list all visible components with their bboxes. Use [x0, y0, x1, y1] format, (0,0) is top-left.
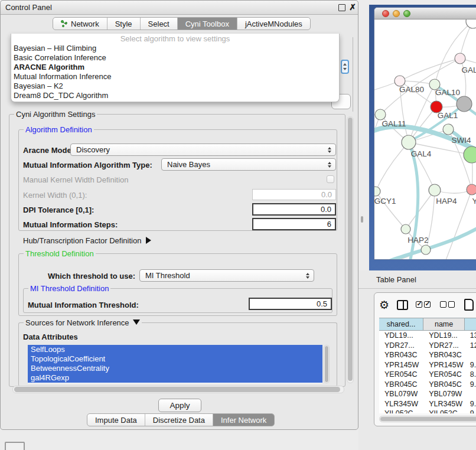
table-row[interactable]: YPR145WYPR145W9.: [379, 360, 476, 370]
mac-zoom-button[interactable]: [403, 10, 410, 17]
hub-definition-toggle[interactable]: Hub/Transcription Factor Definition: [23, 236, 151, 245]
table-cell: YER054C: [379, 370, 423, 379]
algorithm-select-dropdown: Select algorithm to view settings Bayesi…: [11, 34, 340, 102]
manual-kernel-label: Manual Kernel Width Definition: [23, 175, 128, 184]
network-node-hap4[interactable]: [429, 184, 441, 196]
manual-kernel-checkbox[interactable]: [327, 175, 334, 183]
table-row[interactable]: YBL079WYBL079W: [379, 389, 476, 399]
table-column-header[interactable]: shared...: [379, 318, 423, 330]
network-node-gal11[interactable]: [375, 109, 386, 120]
network-node[interactable]: [466, 19, 476, 28]
float-window-icon[interactable]: [338, 4, 345, 11]
mi-threshold-field[interactable]: 0.5: [249, 298, 332, 310]
table-cell: YBR043C: [423, 351, 465, 359]
attribute-item[interactable]: SelfLoops: [28, 345, 322, 354]
algorithm-option[interactable]: Bayesian – Hill Climbing: [11, 44, 339, 53]
dropdown-placeholder: Select algorithm to view settings: [11, 34, 339, 44]
table-column-header[interactable]: A: [465, 318, 476, 330]
table-toolbar: ⚙: [379, 296, 474, 313]
combo-stepper-icon: [326, 159, 333, 170]
node-label: GCY1: [374, 197, 396, 206]
network-node-hap2[interactable]: [401, 224, 410, 234]
group-title: Cyni Algorithm Settings: [14, 110, 97, 119]
control-panel-titlebar[interactable]: Control Panel ✗: [1, 1, 358, 15]
network-canvas[interactable]: GALGAL80GAL10GAL1GAL11SWI4GAL4GCY1HAP4YH…: [374, 19, 476, 260]
node-label: Y: [472, 197, 476, 206]
network-node-gal4[interactable]: [402, 135, 416, 149]
cyni-mode-tabs: Impute Data Discretize Data Infer Networ…: [87, 413, 275, 426]
node-label: GAL1: [438, 111, 458, 120]
collapsed-panel-icon[interactable]: [5, 442, 25, 450]
node-table[interactable]: shared...nameA YDL19...YDL19...13YDR27..…: [379, 318, 476, 413]
apply-button[interactable]: Apply: [158, 399, 201, 412]
export-table-icon[interactable]: [464, 299, 474, 311]
table-cell: YBR043C: [379, 351, 423, 359]
tab-infer-network[interactable]: Infer Network: [213, 414, 274, 426]
tab-network[interactable]: Network: [53, 18, 107, 30]
table-row[interactable]: YBR045CYBR045C9.: [379, 380, 476, 390]
table-cell: YIL052C: [379, 409, 423, 413]
table-row[interactable]: YIL052CYIL052C9: [379, 409, 476, 413]
columns-icon[interactable]: [397, 300, 408, 310]
table-row[interactable]: YER054CYER054C8.: [379, 370, 476, 380]
network-node-swi4[interactable]: [443, 124, 454, 135]
deselect-all-columns-icon[interactable]: [440, 301, 457, 309]
settings-horizontal-scrollbar[interactable]: [12, 386, 344, 393]
group-title: Threshold Definition: [24, 249, 96, 258]
tab-jactivemnodules[interactable]: jActiveMNodules: [237, 18, 310, 30]
algorithm-option[interactable]: Basic Correlation Inference: [11, 53, 339, 63]
tab-label: jActiveMNodules: [245, 19, 302, 28]
mi-steps-field[interactable]: 6: [252, 218, 336, 230]
tab-impute-data[interactable]: Impute Data: [87, 414, 145, 426]
network-node[interactable]: [464, 146, 476, 163]
tab-select[interactable]: Select: [141, 18, 178, 30]
tab-cyni-toolbox[interactable]: Cyni Toolbox: [178, 18, 237, 30]
focused-spinner-button[interactable]: [341, 60, 349, 74]
panel-divider-grip[interactable]: [361, 216, 363, 223]
settings-vertical-scrollbar[interactable]: [347, 116, 354, 383]
combo-value: Naive Bayes: [167, 160, 210, 169]
network-node[interactable]: [421, 245, 431, 255]
network-node-gcy1[interactable]: [374, 187, 380, 196]
tab-discretize-data[interactable]: Discretize Data: [145, 414, 213, 426]
table-cell: YIL052C: [423, 409, 465, 413]
table-row[interactable]: YDL19...YDL19...13: [379, 331, 476, 341]
gear-icon[interactable]: ⚙: [379, 299, 389, 311]
combo-stepper-icon: [304, 270, 311, 281]
table-column-header[interactable]: name: [423, 318, 465, 330]
table-rows: YDL19...YDL19...13YDR27...YDR27...12YBR0…: [379, 331, 476, 413]
select-all-columns-icon[interactable]: [416, 301, 432, 309]
network-node-y[interactable]: [467, 184, 476, 195]
algorithm-option[interactable]: Dream8 DC_TDC Algorithm: [11, 91, 339, 100]
network-node-labels: GALGAL80GAL10GAL1GAL11SWI4GAL4GCY1HAP4YH…: [374, 66, 476, 244]
table-row[interactable]: YBR043CYBR043C: [379, 350, 476, 360]
table-cell: YLR345W: [379, 400, 423, 408]
network-node[interactable]: [457, 96, 472, 112]
sources-toggle[interactable]: Sources for Network Inference: [24, 318, 142, 327]
attribute-item[interactable]: BetweennessCentrality: [28, 364, 322, 373]
mac-close-button[interactable]: [382, 10, 389, 17]
aracne-mode-combo[interactable]: Discovery: [70, 144, 336, 156]
attribute-item[interactable]: gal4RGexp: [28, 373, 322, 383]
tab-style[interactable]: Style: [107, 18, 141, 30]
network-node-gal[interactable]: [455, 53, 465, 64]
dpi-tolerance-field[interactable]: 0.0: [252, 203, 336, 216]
attribute-item[interactable]: TopologicalCoefficient: [28, 354, 322, 364]
algorithm-option[interactable]: Mutual Information Inference: [11, 72, 339, 81]
attribute-list-scrollbar[interactable]: [324, 345, 330, 383]
table-horizontal-scrollbar[interactable]: [379, 416, 476, 422]
network-window-titlebar[interactable]: [374, 8, 476, 19]
table-panel-title: Table Panel: [376, 275, 416, 284]
algorithm-option[interactable]: ARACNE Algorithm: [11, 63, 339, 72]
which-threshold-combo[interactable]: MI Threshold: [139, 269, 314, 282]
mac-minimize-button[interactable]: [393, 10, 400, 17]
mi-type-combo[interactable]: Naive Bayes: [161, 158, 336, 171]
table-row[interactable]: YDR27...YDR27...12: [379, 341, 476, 351]
table-cell: YLR345W: [423, 400, 465, 408]
kernel-width-field[interactable]: 0.0: [252, 189, 336, 200]
mi-threshold-label: Mutual Information Threshold:: [28, 301, 139, 309]
close-icon[interactable]: ✗: [349, 4, 356, 11]
algorithm-option[interactable]: Bayesian – K2: [11, 81, 339, 91]
table-row[interactable]: YLR345WYLR345W9.: [379, 399, 476, 409]
data-attributes-list[interactable]: SelfLoopsTopologicalCoefficientBetweenne…: [28, 345, 322, 383]
